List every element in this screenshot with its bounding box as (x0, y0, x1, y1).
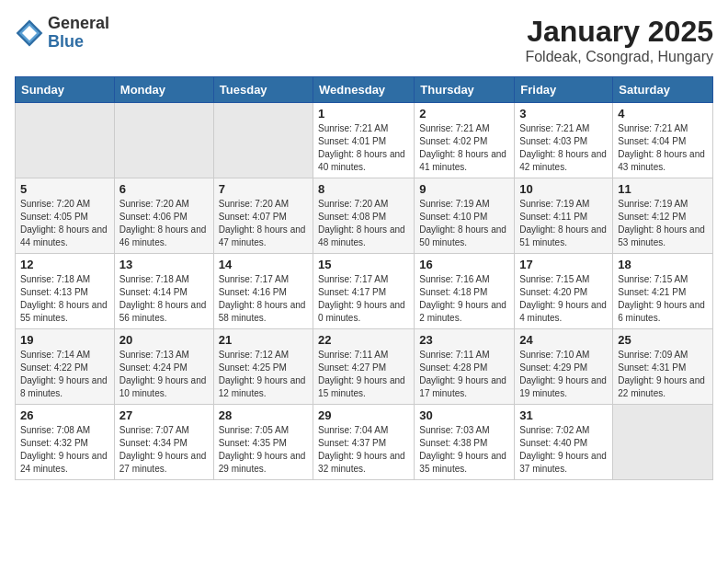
calendar-table: SundayMondayTuesdayWednesdayThursdayFrid… (15, 76, 713, 480)
calendar-cell (213, 103, 313, 178)
cell-info-text: Sunrise: 7:02 AM Sunset: 4:40 PM Dayligh… (519, 424, 608, 476)
cell-day-number: 28 (219, 408, 308, 422)
cell-info-text: Sunrise: 7:11 AM Sunset: 4:27 PM Dayligh… (318, 349, 409, 400)
calendar-cell: 22Sunrise: 7:11 AM Sunset: 4:27 PM Dayli… (313, 329, 415, 405)
month-title: January 2025 (525, 15, 713, 49)
cell-info-text: Sunrise: 7:21 AM Sunset: 4:03 PM Dayligh… (519, 122, 608, 174)
logo-general: General (48, 15, 109, 33)
cell-info-text: Sunrise: 7:21 AM Sunset: 4:01 PM Dayligh… (318, 122, 409, 174)
title-block: January 2025 Foldeak, Csongrad, Hungary (525, 15, 713, 65)
cell-info-text: Sunrise: 7:20 AM Sunset: 4:07 PM Dayligh… (219, 198, 308, 249)
weekday-header-cell: Friday (515, 77, 613, 103)
cell-info-text: Sunrise: 7:17 AM Sunset: 4:17 PM Dayligh… (318, 273, 409, 325)
calendar-week-row: 26Sunrise: 7:08 AM Sunset: 4:32 PM Dayli… (16, 405, 713, 480)
cell-day-number: 24 (519, 333, 608, 347)
calendar-cell: 2Sunrise: 7:21 AM Sunset: 4:02 PM Daylig… (415, 103, 515, 178)
calendar-cell: 29Sunrise: 7:04 AM Sunset: 4:37 PM Dayli… (313, 405, 415, 480)
calendar-cell: 12Sunrise: 7:18 AM Sunset: 4:13 PM Dayli… (16, 254, 115, 329)
calendar-cell: 16Sunrise: 7:16 AM Sunset: 4:18 PM Dayli… (415, 254, 515, 329)
cell-day-number: 22 (318, 333, 409, 347)
calendar-cell: 15Sunrise: 7:17 AM Sunset: 4:17 PM Dayli… (313, 254, 415, 329)
cell-day-number: 2 (419, 107, 509, 121)
weekday-header-cell: Wednesday (313, 77, 415, 103)
cell-info-text: Sunrise: 7:20 AM Sunset: 4:05 PM Dayligh… (20, 198, 109, 249)
calendar-cell: 19Sunrise: 7:14 AM Sunset: 4:22 PM Dayli… (16, 329, 115, 405)
cell-info-text: Sunrise: 7:05 AM Sunset: 4:35 PM Dayligh… (219, 424, 308, 476)
cell-day-number: 11 (618, 182, 708, 196)
cell-info-text: Sunrise: 7:09 AM Sunset: 4:31 PM Dayligh… (618, 349, 708, 400)
calendar-cell: 25Sunrise: 7:09 AM Sunset: 4:31 PM Dayli… (613, 329, 713, 405)
logo-blue: Blue (48, 33, 109, 52)
cell-day-number: 4 (618, 107, 708, 121)
calendar-cell: 11Sunrise: 7:19 AM Sunset: 4:12 PM Dayli… (613, 178, 713, 254)
calendar-cell: 20Sunrise: 7:13 AM Sunset: 4:24 PM Dayli… (114, 329, 213, 405)
calendar-cell: 30Sunrise: 7:03 AM Sunset: 4:38 PM Dayli… (415, 405, 515, 480)
cell-day-number: 6 (119, 182, 209, 196)
cell-info-text: Sunrise: 7:20 AM Sunset: 4:06 PM Dayligh… (119, 198, 209, 249)
calendar-cell: 9Sunrise: 7:19 AM Sunset: 4:10 PM Daylig… (415, 178, 515, 254)
cell-day-number: 5 (20, 182, 109, 196)
cell-day-number: 3 (519, 107, 608, 121)
calendar-cell: 8Sunrise: 7:20 AM Sunset: 4:08 PM Daylig… (313, 178, 415, 254)
weekday-header-row: SundayMondayTuesdayWednesdayThursdayFrid… (16, 77, 713, 103)
logo-icon (15, 18, 44, 48)
calendar-cell: 18Sunrise: 7:15 AM Sunset: 4:21 PM Dayli… (613, 254, 713, 329)
logo-text: General Blue (48, 15, 109, 52)
weekday-header-cell: Saturday (613, 77, 713, 103)
cell-day-number: 30 (419, 408, 509, 422)
calendar-cell: 26Sunrise: 7:08 AM Sunset: 4:32 PM Dayli… (16, 405, 115, 480)
cell-info-text: Sunrise: 7:15 AM Sunset: 4:20 PM Dayligh… (519, 273, 608, 325)
calendar-cell: 4Sunrise: 7:21 AM Sunset: 4:04 PM Daylig… (613, 103, 713, 178)
cell-day-number: 27 (119, 408, 209, 422)
cell-info-text: Sunrise: 7:18 AM Sunset: 4:13 PM Dayligh… (20, 273, 109, 325)
cell-day-number: 26 (20, 408, 109, 422)
calendar-cell: 17Sunrise: 7:15 AM Sunset: 4:20 PM Dayli… (515, 254, 613, 329)
cell-day-number: 1 (318, 107, 409, 121)
cell-day-number: 7 (219, 182, 308, 196)
cell-info-text: Sunrise: 7:19 AM Sunset: 4:12 PM Dayligh… (618, 198, 708, 249)
cell-day-number: 8 (318, 182, 409, 196)
cell-day-number: 21 (219, 333, 308, 347)
calendar-cell: 3Sunrise: 7:21 AM Sunset: 4:03 PM Daylig… (515, 103, 613, 178)
cell-info-text: Sunrise: 7:03 AM Sunset: 4:38 PM Dayligh… (419, 424, 509, 476)
cell-info-text: Sunrise: 7:19 AM Sunset: 4:11 PM Dayligh… (519, 198, 608, 249)
cell-day-number: 12 (20, 258, 109, 271)
calendar-cell: 23Sunrise: 7:11 AM Sunset: 4:28 PM Dayli… (415, 329, 515, 405)
cell-info-text: Sunrise: 7:08 AM Sunset: 4:32 PM Dayligh… (20, 424, 109, 476)
calendar-week-row: 1Sunrise: 7:21 AM Sunset: 4:01 PM Daylig… (16, 103, 713, 178)
calendar-cell: 10Sunrise: 7:19 AM Sunset: 4:11 PM Dayli… (515, 178, 613, 254)
cell-info-text: Sunrise: 7:13 AM Sunset: 4:24 PM Dayligh… (119, 349, 209, 400)
calendar-cell: 14Sunrise: 7:17 AM Sunset: 4:16 PM Dayli… (213, 254, 313, 329)
cell-info-text: Sunrise: 7:10 AM Sunset: 4:29 PM Dayligh… (519, 349, 608, 400)
cell-day-number: 13 (119, 258, 209, 271)
cell-day-number: 16 (419, 258, 509, 271)
cell-day-number: 20 (119, 333, 209, 347)
calendar-cell: 6Sunrise: 7:20 AM Sunset: 4:06 PM Daylig… (114, 178, 213, 254)
calendar-cell: 1Sunrise: 7:21 AM Sunset: 4:01 PM Daylig… (313, 103, 415, 178)
weekday-header-cell: Tuesday (213, 77, 313, 103)
calendar-cell: 24Sunrise: 7:10 AM Sunset: 4:29 PM Dayli… (515, 329, 613, 405)
cell-info-text: Sunrise: 7:21 AM Sunset: 4:02 PM Dayligh… (419, 122, 509, 174)
cell-day-number: 18 (618, 258, 708, 271)
cell-info-text: Sunrise: 7:12 AM Sunset: 4:25 PM Dayligh… (219, 349, 308, 400)
calendar-cell: 13Sunrise: 7:18 AM Sunset: 4:14 PM Dayli… (114, 254, 213, 329)
cell-day-number: 14 (219, 258, 308, 271)
cell-info-text: Sunrise: 7:16 AM Sunset: 4:18 PM Dayligh… (419, 273, 509, 325)
cell-day-number: 23 (419, 333, 509, 347)
calendar-cell: 21Sunrise: 7:12 AM Sunset: 4:25 PM Dayli… (213, 329, 313, 405)
calendar-cell (613, 405, 713, 480)
cell-day-number: 29 (318, 408, 409, 422)
cell-day-number: 9 (419, 182, 509, 196)
location-title: Foldeak, Csongrad, Hungary (525, 49, 713, 65)
calendar-cell: 27Sunrise: 7:07 AM Sunset: 4:34 PM Dayli… (114, 405, 213, 480)
cell-info-text: Sunrise: 7:20 AM Sunset: 4:08 PM Dayligh… (318, 198, 409, 249)
weekday-header-cell: Sunday (16, 77, 115, 103)
calendar-week-row: 12Sunrise: 7:18 AM Sunset: 4:13 PM Dayli… (16, 254, 713, 329)
cell-info-text: Sunrise: 7:15 AM Sunset: 4:21 PM Dayligh… (618, 273, 708, 325)
cell-day-number: 15 (318, 258, 409, 271)
calendar-cell: 28Sunrise: 7:05 AM Sunset: 4:35 PM Dayli… (213, 405, 313, 480)
weekday-header-cell: Monday (114, 77, 213, 103)
cell-info-text: Sunrise: 7:17 AM Sunset: 4:16 PM Dayligh… (219, 273, 308, 325)
logo: General Blue (15, 15, 109, 52)
cell-day-number: 10 (519, 182, 608, 196)
